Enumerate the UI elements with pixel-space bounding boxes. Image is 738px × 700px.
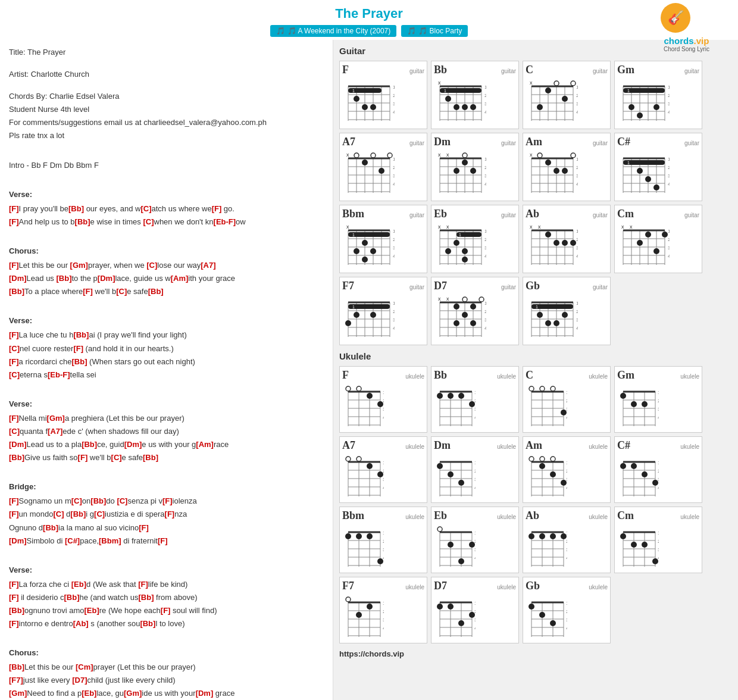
chord-type-D7: guitar — [501, 284, 516, 290]
svg-text:4fr: 4fr — [474, 555, 476, 561]
chord-name-Ab: Ab — [526, 208, 539, 220]
chord-name-F7: F7 — [342, 280, 354, 292]
svg-text:x: x — [630, 224, 633, 230]
svg-text:1fr: 1fr — [484, 157, 486, 162]
svg-text:1fr: 1fr — [576, 85, 578, 90]
bridge-line3: Ognuno d[Bb]ia la mano al suo vicino[F] — [9, 521, 324, 535]
chord-svg-Bbm: 1fr 2fr 3fr 4fr x 1 — [342, 222, 395, 268]
chord-svg-Gb: 1fr 2fr 3fr 4fr 1 — [526, 294, 578, 340]
svg-text:2fr: 2fr — [474, 468, 476, 474]
svg-point-487 — [469, 542, 475, 548]
svg-text:3fr: 3fr — [383, 477, 384, 482]
svg-point-415 — [437, 463, 443, 469]
svg-text:4fr: 4fr — [668, 254, 670, 259]
svg-point-502 — [539, 533, 545, 539]
svg-point-59 — [571, 81, 576, 86]
svg-point-486 — [458, 558, 464, 564]
svg-point-350 — [458, 393, 464, 399]
svg-point-536 — [367, 604, 373, 610]
logo-icon: 🎸 — [661, 3, 690, 33]
svg-point-331 — [346, 386, 351, 391]
uke-svg-Ab: 1fr 2fr 3fr 4fr — [526, 524, 567, 568]
uke-chord-Bb: Bb ukulele — [431, 366, 519, 433]
svg-text:1fr: 1fr — [576, 157, 578, 162]
svg-text:1: 1 — [459, 233, 461, 237]
svg-point-351 — [469, 401, 475, 407]
verse3-line2: [C]quanta f[A7]ede c' (when shadows fill… — [9, 425, 324, 438]
artist-tag[interactable]: 🎵 🎵 Bloc Party — [401, 25, 468, 37]
svg-point-400 — [367, 463, 373, 469]
svg-point-468 — [356, 533, 362, 539]
svg-point-143 — [545, 160, 551, 165]
svg-text:4fr: 4fr — [668, 182, 670, 187]
verse2-line1: [F]La luce che tu h[Bb]ai (I pray we'll … — [9, 329, 324, 342]
svg-text:1fr: 1fr — [474, 390, 476, 395]
svg-text:2fr: 2fr — [484, 93, 486, 98]
svg-point-470 — [377, 558, 383, 564]
svg-text:3fr: 3fr — [474, 547, 476, 552]
svg-text:1fr: 1fr — [566, 601, 567, 606]
svg-text:3fr: 3fr — [383, 617, 384, 623]
chord-name-Am: Am — [526, 136, 542, 148]
ukulele-title: Ukulele — [339, 351, 732, 361]
uke-chord-C: C ukulele 1 — [523, 366, 611, 433]
svg-point-501 — [529, 533, 534, 539]
guitar-chord-Dm: Dm guitar — [431, 133, 519, 201]
svg-text:3fr: 3fr — [484, 101, 486, 107]
chord-type-Gb: guitar — [593, 284, 608, 290]
svg-text:x: x — [346, 152, 349, 158]
chord-name-F: F — [342, 64, 349, 76]
chorus1-header: Chorus: — [9, 245, 324, 258]
verse1-header: Verse: — [9, 188, 324, 201]
svg-text:4fr: 4fr — [484, 254, 486, 259]
bridge-line2: [F]un mondo[C] d[Bb]i g[C]iustizia e di … — [9, 508, 324, 521]
chord-type-Am: guitar — [593, 140, 608, 146]
svg-text:1fr: 1fr — [484, 301, 486, 306]
svg-text:x: x — [530, 80, 533, 86]
svg-text:2fr: 2fr — [393, 93, 395, 98]
svg-text:1fr: 1fr — [474, 460, 476, 465]
meta-artist: Artist: Charlotte Church — [9, 68, 324, 81]
svg-text:x: x — [530, 152, 533, 158]
svg-text:1fr: 1fr — [393, 157, 395, 162]
svg-text:x: x — [438, 80, 441, 86]
chord-svg-Dm: 1fr 2fr 3fr 4fr x x — [434, 150, 486, 196]
svg-text:1: 1 — [627, 89, 630, 93]
verse1-line2: [F]And help us to b[Bb]e wise in times [… — [9, 215, 324, 229]
uke-svg-F7: 1fr 2fr 3fr 4fr — [342, 594, 384, 639]
uke-chord-D7: D7 ukulele — [431, 577, 519, 643]
svg-text:2fr: 2fr — [576, 309, 578, 314]
svg-point-209 — [462, 248, 468, 254]
svg-text:3fr: 3fr — [576, 101, 578, 107]
svg-point-81 — [653, 104, 659, 110]
chord-name-Csharp: C# — [617, 136, 630, 148]
svg-point-504 — [561, 533, 567, 539]
svg-point-316 — [545, 320, 551, 326]
album-tag[interactable]: 🎵 🎵 A Weekend in the City (2007) — [270, 25, 397, 37]
svg-text:1fr: 1fr — [484, 229, 486, 234]
intro-section: Intro - Bb F Dm Db Bbm F — [9, 159, 324, 172]
right-panel: Guitar F guitar — [333, 40, 738, 700]
uke-chord-Am: Am ukulele — [523, 436, 611, 503]
svg-point-453 — [652, 480, 658, 486]
uke-svg-A7: 1fr 2fr 3fr 4fr — [342, 454, 384, 498]
svg-point-60 — [545, 88, 551, 93]
svg-point-290 — [462, 297, 467, 302]
svg-point-41 — [470, 104, 476, 110]
svg-text:4fr: 4fr — [576, 254, 578, 259]
chord-svg-Csharp: 1fr 2fr 3fr 4fr 1 — [617, 150, 670, 196]
svg-point-270 — [354, 312, 359, 318]
svg-text:2fr: 2fr — [393, 309, 395, 314]
svg-text:3fr: 3fr — [383, 407, 384, 412]
svg-text:4fr: 4fr — [474, 626, 476, 631]
guitar-chord-Cm: Cm guitar — [614, 205, 702, 273]
svg-point-102 — [362, 160, 368, 165]
verse3-header: Verse: — [9, 398, 324, 411]
chord-svg-D7: 1fr 2fr 3fr 4fr x x — [434, 294, 486, 340]
svg-point-383 — [631, 401, 637, 407]
svg-text:3fr: 3fr — [566, 617, 567, 623]
svg-text:4fr: 4fr — [658, 485, 659, 490]
svg-text:2fr: 2fr — [668, 165, 670, 170]
svg-text:2fr: 2fr — [566, 609, 567, 614]
uke-svg-Dm: 1fr 2fr 3fr 4fr — [434, 454, 476, 498]
